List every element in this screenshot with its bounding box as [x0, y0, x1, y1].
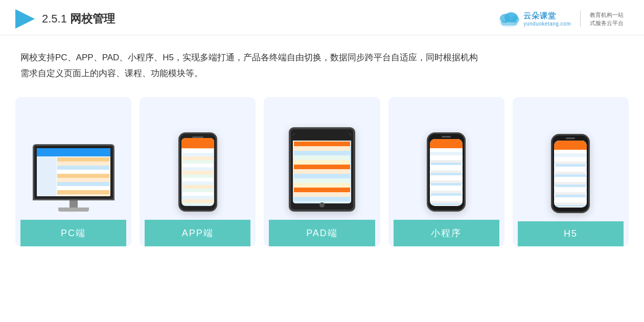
phone-device-h5: [551, 134, 590, 213]
page: 2.5.1 网校管理 云朵课堂 yunduoketang.com: [0, 0, 644, 322]
phone-small-screen-inner-miniapp: [430, 139, 463, 206]
phone-small-screen-inner-h5: [554, 141, 587, 208]
card-app: APP端: [140, 97, 256, 246]
page-title: 2.5.1 网校管理: [42, 11, 115, 27]
logo-cloud-icon: [498, 9, 520, 29]
card-pad: PAD端: [264, 97, 380, 246]
cards-area: PC端 APP端 PAD端: [0, 87, 644, 262]
monitor-screen: [37, 148, 110, 196]
monitor-neck: [70, 200, 78, 208]
pad-screen: [293, 133, 351, 203]
header: 2.5.1 网校管理 云朵课堂 yunduoketang.com: [0, 0, 644, 35]
card-miniapp: 小程序: [388, 97, 504, 246]
monitor-stand: [58, 208, 89, 212]
pad-screen-inner: [293, 133, 351, 203]
card-pc: PC端: [15, 97, 131, 246]
desc-line1: 网校支持PC、APP、PAD、小程序、H5，实现多端打通，产品各终端自由切换，数…: [20, 50, 624, 65]
section-icon: [15, 9, 35, 29]
monitor-screen-content: [37, 148, 110, 196]
svg-marker-0: [15, 9, 35, 29]
phone-device-app: [178, 132, 217, 212]
logo-slogan: 教育机构一站 式服务云平台: [590, 11, 624, 28]
card-app-label: APP端: [145, 220, 250, 246]
card-h5: H5: [513, 97, 629, 246]
logo-divider: [580, 11, 581, 27]
phone-small-screen-h5: [554, 141, 587, 208]
svg-rect-5: [501, 20, 517, 26]
card-pc-label: PC端: [20, 220, 126, 246]
card-pad-label: PAD端: [269, 220, 375, 246]
logo-text-block: 云朵课堂 yunduoketang.com: [523, 11, 571, 27]
logo-cloud: 云朵课堂 yunduoketang.com: [498, 9, 571, 29]
header-left: 2.5.1 网校管理: [15, 9, 115, 29]
card-h5-image: [518, 109, 624, 213]
logo-area: 云朵课堂 yunduoketang.com 教育机构一站 式服务云平台: [498, 9, 624, 29]
phone-small-screen-miniapp: [430, 139, 463, 206]
pad-device: [289, 127, 355, 212]
card-pc-image: [20, 109, 126, 212]
phone-screen-inner-app: [181, 138, 214, 206]
phone-screen-app: [181, 138, 214, 206]
phone-device-miniapp: [427, 132, 466, 212]
monitor-device: [30, 144, 117, 212]
card-miniapp-label: 小程序: [394, 220, 499, 246]
logo-name: 云朵课堂: [523, 11, 556, 21]
monitor-screen-outer: [33, 144, 114, 200]
description: 网校支持PC、APP、PAD、小程序、H5，实现多端打通，产品各终端自由切换，数…: [0, 35, 644, 87]
card-pad-image: [269, 109, 375, 212]
card-h5-label: H5: [518, 221, 624, 246]
desc-line2: 需求自定义页面上的内容、课程、功能模块等。: [20, 65, 624, 81]
card-app-image: [145, 109, 250, 212]
logo-url: yunduoketang.com: [523, 21, 571, 27]
card-miniapp-image: [394, 109, 499, 212]
